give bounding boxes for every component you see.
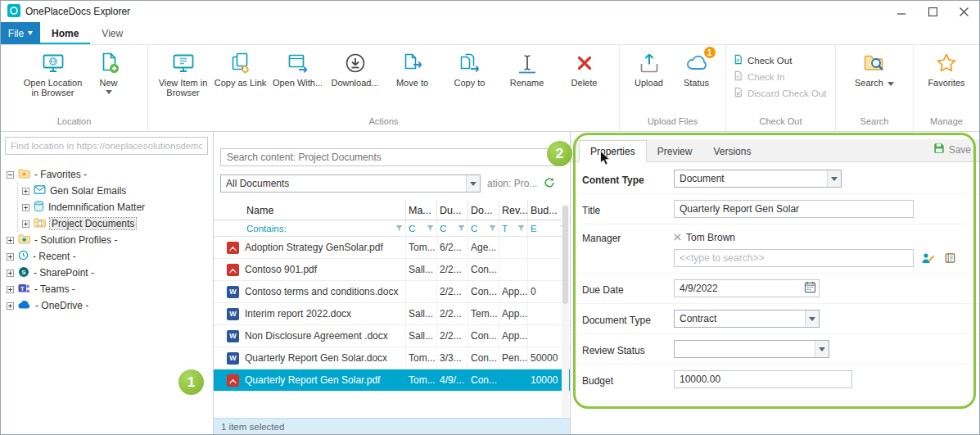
content-type-select[interactable]: Document: [674, 170, 842, 188]
expand-icon[interactable]: [7, 302, 14, 310]
tab-versions[interactable]: Versions: [702, 141, 761, 161]
table-row[interactable]: WContoso terms and conditions.docx 2/2..…: [214, 281, 570, 303]
check-out-button[interactable]: Check Out: [733, 54, 829, 66]
remove-chip-icon[interactable]: [674, 232, 681, 243]
manager-chip: Tom Brown: [674, 230, 735, 243]
sidebar-item-indemnification-matter[interactable]: Indemnification Matter: [20, 199, 209, 215]
check-in-button[interactable]: Check In: [733, 70, 829, 83]
tab-properties[interactable]: Properties: [579, 140, 647, 162]
discard-check-out-button[interactable]: Discard Check Out: [733, 87, 829, 99]
upload-button[interactable]: Upload: [625, 48, 673, 91]
resolve-user-icon[interactable]: [919, 250, 936, 266]
filter-letter[interactable]: C: [440, 224, 446, 233]
table-row[interactable]: WInterim report 2022.docx Sall...2/2...T…: [214, 303, 570, 325]
review-status-select[interactable]: [674, 340, 829, 358]
new-button[interactable]: New: [88, 48, 130, 97]
tab-view[interactable]: View: [90, 22, 134, 44]
tab-home[interactable]: Home: [40, 22, 90, 44]
filter-funnel-icon[interactable]: [517, 224, 525, 232]
expand-icon[interactable]: [7, 286, 14, 293]
title-input[interactable]: [674, 200, 914, 218]
scrollbar-thumb[interactable]: [562, 206, 568, 304]
chevron-down-icon[interactable]: [887, 82, 894, 86]
filter-letter[interactable]: C: [471, 224, 477, 233]
filter-letter[interactable]: T: [502, 224, 508, 233]
delete-button[interactable]: Delete: [556, 48, 613, 91]
filter-funnel-icon[interactable]: [427, 224, 434, 232]
rename-label: Rename: [510, 78, 544, 88]
table-row[interactable]: Adoption Strategy GenSolar.pdf Tom...6/2…: [214, 237, 570, 259]
calendar-icon[interactable]: [804, 281, 816, 296]
copy-as-link-button[interactable]: Copy as Link: [212, 48, 269, 91]
table-row[interactable]: WNon Disclosure Agreement .docx Sall...2…: [214, 325, 570, 347]
sidebar-item-teams[interactable]: T - Teams -: [5, 281, 209, 297]
view-item-button[interactable]: View Item in Browser: [155, 48, 212, 101]
column-header-doctype[interactable]: Do...: [468, 201, 499, 220]
item-details-panel: Properties Preview Versions Save Content…: [571, 132, 979, 434]
column-header-review[interactable]: Rev...: [499, 201, 528, 220]
scrollbar[interactable]: [562, 204, 569, 417]
sidebar-item-project-documents[interactable]: Project Documents: [20, 215, 209, 232]
table-row[interactable]: Contoso 901.pdf Sall...2/2...Con...: [214, 259, 570, 281]
ribbon-group-upload: Upload 1 Status Upload Files: [620, 45, 726, 131]
sidebar-item-gen-solar-emails[interactable]: Gen Solar Emails: [20, 183, 209, 199]
search-button[interactable]: Search: [845, 48, 904, 91]
close-button[interactable]: [948, 1, 979, 22]
budget-input[interactable]: [674, 370, 852, 388]
open-with-button[interactable]: Open With...: [269, 48, 327, 91]
sidebar-item-sharepoint[interactable]: S - SharePoint -: [5, 265, 209, 281]
filter-letter[interactable]: E: [531, 224, 537, 233]
manager-search-input[interactable]: [674, 249, 914, 267]
table-row[interactable]: WQuarterly Report Gen Solar.docx Tom...3…: [214, 347, 570, 369]
save-button[interactable]: Save: [933, 143, 971, 161]
collapse-icon[interactable]: [7, 171, 14, 179]
column-header-due[interactable]: Du...: [437, 201, 468, 220]
chevron-down-icon[interactable]: [106, 90, 112, 94]
favorites-button[interactable]: Favorites: [918, 48, 975, 91]
status-button[interactable]: 1 Status: [673, 48, 720, 91]
content-search-input[interactable]: [221, 149, 547, 165]
expand-icon[interactable]: [7, 253, 14, 261]
move-to-button[interactable]: Move to: [384, 48, 441, 91]
filter-funnel-icon[interactable]: [458, 224, 465, 232]
expand-icon[interactable]: [22, 188, 29, 195]
copy-to-button[interactable]: Copy to: [441, 48, 499, 91]
sidebar-item-solution-profiles[interactable]: - Solution Profiles -: [5, 232, 209, 248]
document-type-select[interactable]: Contract: [674, 310, 820, 328]
check-out-label: Check Out: [747, 56, 792, 66]
maximize-button[interactable]: [917, 1, 948, 22]
sidebar-item-onedrive[interactable]: - OneDrive -: [5, 297, 209, 314]
expand-icon[interactable]: [22, 204, 29, 211]
rename-button[interactable]: Rename: [499, 48, 556, 91]
address-book-icon[interactable]: [942, 250, 958, 266]
view-select[interactable]: All Documents: [220, 174, 481, 193]
expand-icon[interactable]: [22, 220, 29, 228]
upload-icon: [637, 51, 662, 75]
filter-contains-label[interactable]: Contains:: [246, 224, 287, 233]
filter-funnel-icon[interactable]: [489, 224, 496, 232]
sidebar-item-favorites[interactable]: - Favorites -: [5, 166, 209, 183]
find-location-input[interactable]: [6, 138, 207, 154]
open-location-label: Open Location in Browser: [20, 78, 87, 97]
refresh-icon[interactable]: [544, 177, 555, 191]
filter-funnel-icon[interactable]: [395, 224, 403, 232]
open-location-button[interactable]: Open Location in Browser: [19, 48, 88, 101]
minimize-button[interactable]: [886, 1, 917, 22]
due-date-box: [674, 279, 820, 297]
step-2-badge: 2: [547, 141, 572, 166]
sidebar-item-recent[interactable]: - Recent -: [5, 248, 209, 265]
tab-file[interactable]: File: [1, 22, 40, 44]
download-button[interactable]: Download...: [327, 48, 384, 91]
column-header-name[interactable]: Name: [214, 201, 406, 220]
copy-as-link-label: Copy as Link: [215, 78, 267, 88]
column-header-manager[interactable]: Ma...: [406, 201, 437, 220]
expand-icon[interactable]: [7, 237, 14, 244]
expand-icon[interactable]: [7, 270, 14, 277]
profiles-folder-icon: [18, 233, 30, 247]
table-row-selected[interactable]: Quarterly Report Gen Solar.pdf Tom...4/9…: [214, 369, 570, 392]
field-manager: Manager Tom Brown: [571, 224, 979, 274]
due-date-input[interactable]: [675, 280, 804, 297]
filter-letter[interactable]: C: [409, 224, 415, 233]
clock-icon: [18, 250, 29, 263]
tab-preview[interactable]: Preview: [647, 141, 703, 161]
